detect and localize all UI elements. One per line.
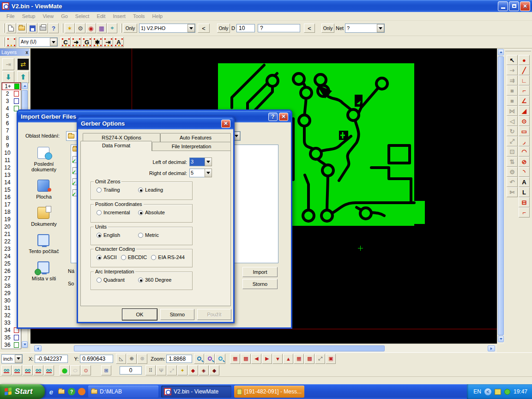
insert-line-button[interactable]: ╱ bbox=[519, 65, 530, 75]
insert-chord-button[interactable]: ◞ bbox=[519, 136, 530, 146]
insert-circle-button[interactable]: ⊙ bbox=[519, 116, 530, 126]
radio-english[interactable]: English bbox=[97, 232, 138, 238]
previous-dcode-button[interactable]: < bbox=[304, 24, 315, 33]
insert-ellipse-arc-button[interactable]: ⊘ bbox=[519, 157, 530, 167]
highlight-flash-button[interactable]: ✶ bbox=[65, 23, 75, 33]
insert-text-button[interactable]: A bbox=[519, 177, 530, 187]
canvas-hscrollbar[interactable] bbox=[30, 345, 497, 352]
menu-setup[interactable]: Setup bbox=[18, 12, 39, 20]
toolbar-grip[interactable] bbox=[3, 37, 5, 47]
pad-ghost-button[interactable]: ◈ bbox=[199, 365, 209, 375]
origin-target-button[interactable]: ⊕ bbox=[127, 354, 137, 364]
chevron-down-icon[interactable] bbox=[50, 38, 57, 46]
tab-auto-features[interactable]: Auto Features bbox=[160, 133, 231, 142]
scroll-up-icon[interactable] bbox=[22, 83, 28, 89]
menu-file[interactable]: File bbox=[3, 12, 18, 20]
layer-row-35[interactable]: 35 bbox=[2, 334, 21, 341]
open-file-button[interactable] bbox=[17, 23, 27, 33]
radio-icon[interactable] bbox=[97, 210, 102, 215]
radio-metric[interactable]: Metric bbox=[138, 232, 159, 238]
lamp-off-button[interactable]: ⬭ bbox=[70, 365, 80, 375]
dcode-pattern-button[interactable] bbox=[6, 37, 16, 47]
radio-absolute[interactable]: Absolute bbox=[138, 210, 165, 215]
view-selected-button[interactable]: oo bbox=[44, 365, 54, 375]
toolbar-grip[interactable] bbox=[121, 24, 122, 33]
radio-icon[interactable] bbox=[151, 255, 156, 260]
print-button[interactable] bbox=[38, 23, 48, 33]
layer-insert-button[interactable]: ⇥ bbox=[2, 58, 14, 70]
palette-grip[interactable] bbox=[505, 50, 531, 51]
layer-move-up-button[interactable]: ⬆ bbox=[17, 71, 29, 83]
new-file-button[interactable] bbox=[6, 23, 16, 33]
net-query-combo[interactable]: ? bbox=[345, 24, 385, 33]
tab-data-format[interactable]: Data Format bbox=[80, 141, 152, 151]
tray-chevron-icon[interactable]: < bbox=[484, 388, 491, 395]
select-pointer-button[interactable]: ↖ bbox=[507, 55, 518, 65]
layers-panel-titlebar[interactable]: Layers x bbox=[0, 48, 30, 56]
insert-bend-button[interactable]: ⌐ bbox=[519, 207, 530, 218]
import-cancel-button[interactable]: Storno bbox=[242, 279, 278, 289]
restore-button[interactable] bbox=[509, 1, 519, 11]
select-gcode-button[interactable]: G bbox=[82, 37, 92, 47]
only-net-button[interactable]: Only bbox=[321, 24, 334, 33]
radio-icon[interactable] bbox=[97, 278, 102, 283]
zoom-window-button[interactable] bbox=[205, 354, 215, 364]
insert-label-button[interactable]: L bbox=[519, 187, 530, 197]
grid-fine-button[interactable]: ▩ bbox=[241, 354, 251, 364]
chevron-down-icon[interactable] bbox=[377, 24, 384, 32]
radio-leading[interactable]: Leading bbox=[138, 187, 163, 193]
layer-color-swatch[interactable] bbox=[14, 335, 19, 340]
left-of-decimal-combo[interactable]: 3 bbox=[189, 157, 212, 166]
menu-edit[interactable]: Edit bbox=[93, 12, 109, 20]
close-button[interactable]: ✕ bbox=[520, 1, 530, 11]
radio-icon[interactable] bbox=[138, 187, 143, 193]
layer-mapping-button[interactable]: ⇄ bbox=[17, 58, 29, 70]
select-traverse-button[interactable]: ➜ bbox=[71, 37, 81, 47]
tray-messenger-icon[interactable] bbox=[504, 389, 510, 395]
menu-go[interactable]: Go bbox=[57, 12, 72, 20]
active-layer-combo[interactable]: 1) V2.PHO bbox=[139, 24, 195, 33]
place-recent-documents[interactable]: Poslední dokumenty bbox=[22, 146, 66, 172]
view-pads-button[interactable]: oo bbox=[23, 365, 33, 375]
pan-up-button[interactable]: ▲ bbox=[283, 354, 293, 364]
layer-color-swatch[interactable] bbox=[14, 98, 19, 104]
pan-left-button[interactable]: ◀ bbox=[251, 354, 261, 364]
insert-width-button[interactable]: ⊟ bbox=[519, 197, 530, 207]
apply-button[interactable]: Použít bbox=[197, 309, 231, 320]
insert-triangle-button[interactable]: ◢ bbox=[519, 106, 530, 116]
insert-pad-button[interactable]: ● bbox=[519, 55, 530, 65]
menu-tools[interactable]: Tools bbox=[129, 12, 149, 20]
layer-color-swatch[interactable] bbox=[14, 342, 19, 348]
insert-corner-button[interactable]: ⌐ bbox=[519, 85, 530, 96]
radio-icon[interactable] bbox=[138, 210, 143, 215]
pad-mixed-button[interactable]: ◆ bbox=[209, 365, 219, 375]
scrollbar-thumb[interactable] bbox=[74, 345, 385, 351]
radio-icon[interactable] bbox=[97, 255, 102, 260]
dialog-help-icon[interactable]: ? bbox=[268, 113, 278, 121]
select-text-button[interactable]: A bbox=[114, 37, 124, 47]
previous-layer-button[interactable]: < bbox=[198, 24, 210, 33]
radio-eia-rs-244[interactable]: EIA RS-244 bbox=[151, 254, 184, 260]
only-layer-button[interactable]: Only bbox=[123, 24, 137, 33]
insert-arc-button[interactable]: ◠ bbox=[519, 146, 530, 157]
zoom-tool-button[interactable] bbox=[194, 354, 204, 364]
pan-down-button[interactable]: ▼ bbox=[272, 354, 283, 364]
radio-360-degree[interactable]: 360 Degree bbox=[138, 277, 172, 283]
insert-polyline-button[interactable]: ∟ bbox=[519, 75, 530, 85]
gerber-options-titlebar[interactable]: Gerber Options ✕ bbox=[78, 118, 233, 129]
menu-view[interactable]: View bbox=[39, 12, 57, 20]
chevron-down-icon[interactable] bbox=[15, 355, 22, 363]
import-button[interactable]: Import bbox=[242, 267, 278, 277]
scroll-right-icon[interactable] bbox=[488, 345, 495, 351]
dcode-input[interactable]: 10 bbox=[236, 24, 255, 32]
radio-icon[interactable] bbox=[97, 233, 102, 238]
quicklaunch-explorer[interactable] bbox=[58, 388, 65, 395]
only-dcode-button[interactable]: Only bbox=[217, 24, 230, 33]
radio-icon[interactable] bbox=[121, 255, 126, 260]
view-traces-button[interactable]: oo bbox=[33, 365, 43, 375]
language-indicator[interactable]: EN bbox=[473, 388, 481, 395]
place-documents[interactable]: Dokumenty bbox=[22, 206, 66, 227]
tab-file-interpretation[interactable]: File Interpretation bbox=[152, 142, 231, 151]
dcode-query-input[interactable]: ? bbox=[258, 24, 300, 32]
tray-notes-icon[interactable] bbox=[495, 389, 501, 395]
